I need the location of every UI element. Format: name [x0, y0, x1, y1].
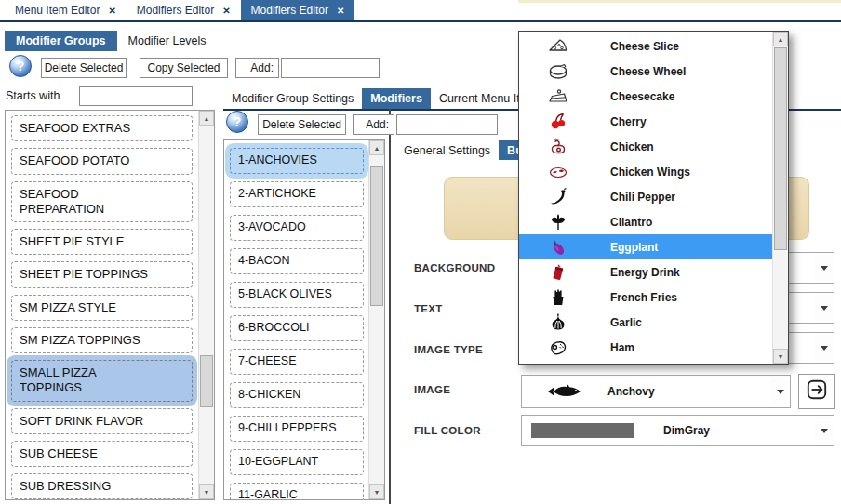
group-item-sub-dressing[interactable]: SUB DRESSING	[11, 473, 193, 499]
group-item-sheet-pie-style[interactable]: SHEET PIE STYLE	[11, 229, 193, 255]
add-group-label: Add:	[235, 58, 279, 78]
modifier-item-label: 8-CHICKEN	[238, 388, 300, 403]
editor-tab-label: Modifiers Editor	[137, 4, 214, 17]
group-item-sm-pizza-style[interactable]: SM PIZZA STYLE	[11, 295, 193, 321]
dropdown-item-cheese-slice[interactable]: Cheese Slice	[519, 33, 788, 59]
group-item-seafood-extras[interactable]: SEAFOOD EXTRAS	[11, 115, 193, 141]
garlic-icon	[547, 312, 569, 334]
chili-pepper-icon	[547, 186, 569, 208]
dropdown-item-chicken-wings[interactable]: Chicken Wings	[519, 159, 788, 184]
modifier-item-4-bacon[interactable]: 4-BACON	[230, 248, 364, 274]
chevron-down-icon[interactable]	[815, 294, 833, 322]
modifier-item-5-black-olives[interactable]: 5-BLACK OLIVES	[230, 282, 364, 308]
add-modifier-input[interactable]	[396, 114, 498, 135]
delete-selected-group-button[interactable]: Delete Selected	[41, 58, 127, 78]
editor-tab-modifiers-editor[interactable]: Modifiers Editor ✕	[241, 0, 355, 20]
group-tab-modifier-levels[interactable]: Modifier Levels	[117, 31, 218, 51]
detail-tab-modifiers[interactable]: Modifiers	[362, 88, 431, 109]
group-item-seafood-potato[interactable]: SEAFOOD POTATO	[11, 148, 193, 174]
dropdown-item-hamburger[interactable]: Hamburger	[519, 360, 788, 364]
delete-selected-modifier-button[interactable]: Delete Selected	[258, 114, 346, 135]
modifier-item-label: 5-BLACK OLIVES	[238, 287, 332, 302]
modifier-item-10-eggplant[interactable]: 10-EGGPLANT	[230, 449, 364, 475]
modifiers-editor-window: Menu Item Editor ✕ Modifiers Editor ✕ Mo…	[0, 0, 841, 504]
ham-icon	[547, 337, 569, 359]
dropdown-item-cherry[interactable]: Cherry	[519, 109, 788, 134]
scrollbar-thumb[interactable]	[774, 47, 787, 250]
dropdown-item-cheese-wheel[interactable]: Cheese Wheel	[519, 59, 788, 84]
chevron-down-icon[interactable]	[771, 377, 789, 406]
cherry-icon	[547, 111, 569, 133]
scroll-down-icon[interactable]: ▼	[773, 349, 788, 364]
close-tab-icon[interactable]: ✕	[337, 6, 344, 16]
dropdown-item-chili-pepper[interactable]: Chili Pepper	[519, 184, 788, 209]
chevron-down-icon[interactable]	[815, 417, 833, 444]
group-item-soft-drink-flavor[interactable]: SOFT DRINK FLAVOR	[11, 408, 193, 434]
dropdown-item-label: Cheesecake	[610, 90, 674, 103]
scroll-up-icon[interactable]: ▲	[369, 140, 384, 155]
group-tab-label: Modifier Groups	[16, 34, 106, 47]
hamburger-icon	[547, 362, 569, 365]
group-item-label: SEAFOOD POTATO	[20, 153, 129, 168]
cheese-wheel-icon	[547, 60, 569, 83]
modifier-item-2-artichoke[interactable]: 2-ARTICHOKE	[230, 181, 364, 207]
text-label: TEXT	[414, 303, 443, 314]
editor-tab-modifiers-editor[interactable]: Modifiers Editor ✕	[127, 0, 241, 20]
group-item-sub-cheese[interactable]: SUB CHEESE	[11, 441, 193, 467]
fill-color-label: FILL COLOR	[414, 425, 481, 436]
help-icon[interactable]: ?	[226, 111, 248, 133]
dropdown-item-label: Cheese Slice	[610, 40, 679, 53]
detail-tab-modifier-group-settings[interactable]: Modifier Group Settings	[223, 88, 362, 109]
group-item-small-pizza-toppings[interactable]: SMALL PIZZA TOPPINGS	[11, 360, 193, 402]
dropdown-item-energy-drink[interactable]: Energy Drink	[519, 259, 788, 285]
apply-image-button[interactable]	[798, 374, 835, 409]
dropdown-scrollbar[interactable]: ▲ ▼	[772, 32, 788, 364]
modifier-item-11-garlic[interactable]: 11-GARLIC	[230, 483, 364, 499]
group-list-scrollbar[interactable]: ▲ ▼	[198, 111, 214, 499]
chevron-down-icon[interactable]	[815, 254, 833, 282]
chicken-icon	[547, 136, 569, 158]
chevron-down-icon[interactable]	[815, 334, 833, 362]
group-item-seafood-preparation[interactable]: SEAFOOD PREPARATION	[11, 181, 193, 223]
modifier-item-9-chili-peppers[interactable]: 9-CHILI PEPPERS	[230, 416, 364, 442]
image-select[interactable]: Anchovy	[521, 375, 791, 408]
modifier-item-7-cheese[interactable]: 7-CHEESE	[230, 349, 364, 375]
button-tab-general-settings[interactable]: General Settings	[395, 140, 499, 160]
scroll-down-icon[interactable]: ▼	[369, 484, 384, 499]
dropdown-item-cilantro[interactable]: Cilantro	[519, 209, 788, 234]
editor-tab-label: Modifiers Editor	[251, 4, 328, 17]
modifier-list-scrollbar[interactable]: ▲ ▼	[368, 140, 384, 499]
modifier-item-3-avocado[interactable]: 3-AVOCADO	[230, 215, 364, 241]
editor-tab-menu-item-editor[interactable]: Menu Item Editor ✕	[5, 0, 127, 20]
starts-with-input[interactable]	[79, 86, 193, 106]
modifier-item-6-broccoli[interactable]: 6-BROCCOLI	[230, 315, 364, 341]
group-item-label: SUB DRESSING	[20, 479, 111, 494]
scroll-up-icon[interactable]: ▲	[199, 111, 214, 126]
scroll-down-icon[interactable]: ▼	[199, 484, 214, 499]
dropdown-item-cheesecake[interactable]: Cheesecake	[519, 84, 788, 109]
close-tab-icon[interactable]: ✕	[108, 6, 115, 16]
dropdown-item-eggplant[interactable]: Eggplant	[519, 234, 788, 259]
group-tab-modifier-groups[interactable]: Modifier Groups	[5, 31, 117, 51]
dropdown-item-garlic[interactable]: Garlic	[519, 310, 788, 335]
group-item-sm-pizza-toppings[interactable]: SM PIZZA TOPPINGS	[11, 327, 193, 353]
editor-tab-bar: Menu Item Editor ✕ Modifiers Editor ✕ Mo…	[0, 0, 354, 20]
group-item-label: SM PIZZA TOPPINGS	[20, 333, 140, 348]
fill-color-select[interactable]: DimGray	[521, 415, 834, 446]
image-label: IMAGE	[414, 384, 450, 395]
scrollbar-thumb[interactable]	[370, 166, 383, 306]
dropdown-item-french-fries[interactable]: French Fries	[519, 285, 788, 310]
help-icon[interactable]: ?	[9, 55, 32, 77]
add-group-input[interactable]	[281, 58, 380, 78]
dropdown-item-chicken[interactable]: Chicken	[519, 134, 788, 159]
close-tab-icon[interactable]: ✕	[222, 6, 230, 16]
scroll-up-icon[interactable]: ▲	[773, 32, 788, 46]
modifier-item-8-chicken[interactable]: 8-CHICKEN	[230, 382, 364, 408]
scrollbar-thumb[interactable]	[200, 355, 213, 407]
modifier-item-label: 7-CHEESE	[238, 354, 297, 369]
modifier-item-1-anchovies[interactable]: 1-ANCHOVIES	[230, 148, 364, 174]
copy-selected-group-button[interactable]: Copy Selected	[140, 58, 228, 78]
anchovy-fish-icon	[546, 383, 583, 400]
group-item-sheet-pie-toppings[interactable]: SHEET PIE TOPPINGS	[11, 261, 193, 287]
dropdown-item-ham[interactable]: Ham	[519, 335, 788, 360]
